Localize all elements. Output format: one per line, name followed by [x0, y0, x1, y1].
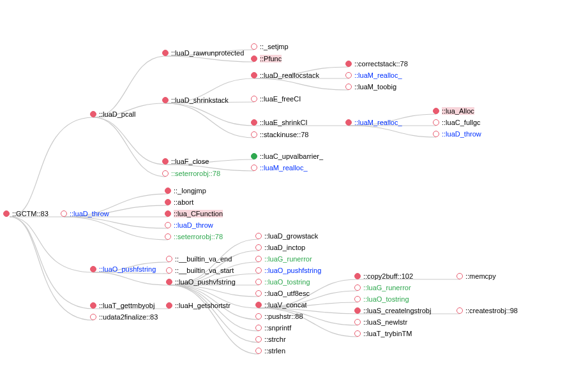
tree-node[interactable]: ::luaO_tostring — [354, 295, 409, 303]
node-label: ::_longjmp — [174, 187, 206, 195]
node-label: ::luaS_createlngstrobj — [363, 307, 431, 314]
tree-node[interactable]: ::luaM_realloc_ — [345, 119, 402, 126]
node-label: ::__builtin_va_end — [175, 255, 232, 263]
tree-node[interactable]: ::luaD_rawrunprotected — [162, 49, 244, 57]
tree-node[interactable]: ::luaO_pushfstring — [255, 267, 321, 274]
tree-node[interactable]: ::luaO_utf8esc — [255, 290, 310, 297]
node-label: ::luaO_tostring — [264, 278, 310, 286]
tree-node[interactable]: ::luaG_runerror — [255, 255, 312, 263]
tree-node[interactable]: ::luaO_tostring — [255, 278, 310, 286]
tree-node[interactable]: ::luaC_fullgc — [433, 119, 481, 126]
tree-node[interactable]: ::_longjmp — [165, 187, 206, 195]
node-dot — [255, 244, 262, 251]
node-label: ::luaG_runerror — [264, 255, 312, 263]
tree-node[interactable]: ::GCTM::83 — [3, 210, 49, 217]
node-label: ::pushstr::88 — [264, 313, 303, 320]
node-dot — [165, 222, 171, 228]
tree-node[interactable]: ::luaD_pcall — [90, 110, 135, 118]
tree-node[interactable]: ::luaO_pushvfstring — [166, 278, 236, 286]
tree-node[interactable]: ::luaE_freeCI — [251, 95, 301, 103]
node-dot — [90, 302, 96, 309]
tree-node[interactable]: ::luaG_runerror — [354, 284, 411, 291]
node-label: ::strchr — [264, 335, 286, 343]
node-label: ::luaT_gettmbyobj — [99, 302, 155, 309]
node-dot — [456, 307, 463, 314]
tree-node[interactable]: ::strlen — [255, 347, 285, 355]
tree-node[interactable]: ::luaE_shrinkCI — [251, 119, 308, 126]
tree-node[interactable]: ::luaD_growstack — [255, 232, 318, 240]
tree-node[interactable]: ::luaM_realloc_ — [345, 71, 402, 79]
node-label: ::copy2buff::102 — [363, 272, 413, 280]
tree-node[interactable]: ::memcpy — [456, 272, 496, 280]
node-label: ::luaM_realloc_ — [354, 71, 402, 79]
node-label: ::luaD_shrinkstack — [171, 96, 229, 104]
node-dot — [251, 165, 257, 171]
node-label: ::snprintf — [264, 324, 291, 332]
node-label: ::Pfunc — [260, 55, 282, 63]
tree-node[interactable]: ::copy2buff::102 — [354, 272, 413, 280]
node-dot — [3, 210, 10, 217]
node-label: ::GCTM::83 — [12, 210, 49, 217]
tree-node[interactable]: ::__builtin_va_end — [166, 255, 232, 263]
node-label: ::luaM_realloc_ — [354, 119, 402, 126]
node-label: ::abort — [174, 198, 193, 206]
node-dot — [345, 119, 352, 126]
tree-node[interactable]: ::luaV_concat — [255, 301, 307, 309]
tree-node[interactable]: ::snprintf — [255, 324, 291, 332]
node-dot — [90, 314, 96, 320]
tree-node[interactable]: ::luaH_getshortstr — [166, 302, 230, 309]
tree-node[interactable]: ::luaM_toobig — [345, 83, 396, 91]
node-dot — [165, 188, 171, 194]
node-dot — [345, 84, 352, 90]
tree-node[interactable]: ::luaM_realloc_ — [251, 164, 308, 172]
node-label: ::luaD_pcall — [99, 110, 135, 118]
tree-node[interactable]: ::luaF_close — [162, 158, 209, 165]
node-label: ::luaD_throw — [442, 130, 481, 138]
tree-node[interactable]: ::luaC_upvalbarrier_ — [251, 152, 323, 160]
node-dot — [166, 256, 172, 262]
node-dot — [162, 170, 169, 177]
tree-node[interactable]: ::lua_CFunction — [165, 210, 223, 217]
tree-node[interactable]: ::luaD_inctop — [255, 244, 305, 251]
tree-node[interactable]: ::createstrobj::98 — [456, 307, 518, 314]
tree-node[interactable]: ::correctstack::78 — [345, 60, 408, 68]
tree-node[interactable]: ::luaS_createlngstrobj — [354, 307, 431, 314]
node-dot — [433, 119, 439, 126]
node-label: ::lua_Alloc — [442, 107, 474, 115]
node-dot — [165, 210, 171, 217]
tree-node[interactable]: ::lua_Alloc — [433, 107, 474, 115]
tree-node[interactable]: ::stackinuse::78 — [251, 131, 308, 138]
tree-node[interactable]: ::luaS_newlstr — [354, 318, 407, 326]
node-label: ::luaD_rawrunprotected — [171, 49, 244, 57]
node-dot — [251, 96, 257, 102]
tree-node[interactable]: ::luaO_pushfstring — [90, 265, 156, 273]
tree-node[interactable]: ::pushstr::88 — [255, 313, 303, 320]
node-dot — [354, 307, 361, 314]
tree-node[interactable]: ::_setjmp — [251, 43, 289, 50]
tree-node[interactable]: ::luaT_trybinTM — [354, 330, 412, 337]
tree-node[interactable]: ::luaD_shrinkstack — [162, 96, 229, 104]
node-label: ::luaO_tostring — [363, 295, 409, 303]
tree-node[interactable]: ::luaD_throw — [61, 210, 109, 217]
tree-node[interactable]: ::luaD_throw — [165, 221, 213, 229]
tree-node[interactable]: ::seterrorobj::78 — [165, 233, 223, 240]
node-dot — [255, 267, 262, 274]
tree-node[interactable]: ::Pfunc — [251, 55, 282, 63]
node-dot — [255, 256, 262, 262]
tree-node[interactable]: ::luaD_reallocstack — [251, 71, 319, 79]
tree-node[interactable]: ::abort — [165, 198, 193, 206]
tree-node[interactable]: ::__builtin_va_start — [166, 267, 234, 274]
tree-node[interactable]: ::luaT_gettmbyobj — [90, 302, 155, 309]
tree-node[interactable]: ::strchr — [255, 335, 286, 343]
tree-node[interactable]: ::seterrorobj::78 — [162, 170, 220, 177]
node-dot — [162, 50, 169, 56]
tree-node[interactable]: ::luaD_throw — [433, 130, 481, 138]
node-dot — [251, 131, 257, 138]
node-dot — [255, 290, 262, 297]
node-label: ::__builtin_va_start — [175, 267, 234, 274]
node-dot — [255, 348, 262, 354]
node-dot — [251, 119, 257, 126]
node-label: ::luaS_newlstr — [363, 318, 407, 326]
node-dot — [354, 296, 361, 302]
tree-node[interactable]: ::udata2finalize::83 — [90, 313, 158, 321]
